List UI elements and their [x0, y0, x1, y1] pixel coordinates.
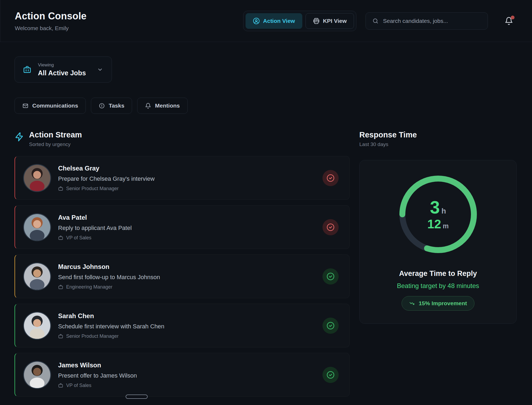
complete-task-button[interactable]: [322, 367, 339, 383]
response-time-title: Response Time: [359, 130, 517, 139]
candidate-task: Present offer to James Wilson: [58, 372, 137, 379]
envelope-icon: [22, 103, 29, 109]
complete-task-button[interactable]: [322, 318, 339, 334]
candidate-role: VP of Sales: [66, 383, 91, 388]
chevron-down-icon: [97, 67, 103, 73]
avatar: [23, 164, 51, 192]
check-circle-icon: [327, 174, 335, 182]
candidate-role: VP of Sales: [66, 235, 91, 241]
candidate-name: Ava Patel: [58, 214, 132, 221]
complete-task-button[interactable]: [322, 219, 339, 235]
candidate-task: Schedule first interview with Sarah Chen: [58, 323, 164, 330]
filter-communications-label: Communications: [32, 102, 78, 109]
gauge-minutes: 12: [427, 218, 441, 230]
briefcase-icon: [58, 186, 63, 191]
tab-kpi-view[interactable]: KPI View: [306, 13, 354, 29]
response-time-subtitle: Last 30 days: [359, 141, 517, 147]
filter-mentions[interactable]: Mentions: [137, 98, 187, 114]
kpi-report-icon: [313, 17, 320, 24]
trending-down-icon: [409, 300, 415, 307]
gauge-subcaption: Beating target by 48 minutes: [397, 282, 479, 290]
notification-dot: [511, 16, 515, 19]
complete-task-button[interactable]: [322, 268, 339, 285]
top-bar: Action Console Welcome back, Emily Actio…: [0, 0, 532, 42]
job-scope-texts: Viewing All Active Jobs: [38, 62, 86, 77]
page-subtitle: Welcome back, Emily: [15, 25, 87, 31]
candidate-role: Senior Product Manager: [66, 333, 119, 339]
response-time-card: 3 h 12 m Average Time to Reply Beating t…: [359, 160, 517, 324]
tab-action-view-label: Action View: [263, 18, 295, 24]
job-scope-label: Viewing: [38, 62, 86, 68]
avatar: [23, 262, 51, 290]
action-stream-title: Action Stream: [29, 130, 82, 139]
tab-action-view[interactable]: Action View: [246, 13, 302, 29]
action-stream-header: Action Stream Sorted by urgency: [15, 130, 350, 147]
gauge-hours: 3: [430, 198, 440, 216]
briefcase-icon: [23, 65, 31, 74]
action-item-sarah-chen[interactable]: Sarah Chen Schedule first interview with…: [15, 304, 350, 347]
action-item-chelsea-gray[interactable]: Chelsea Gray Prepare for Chelsea Gray's …: [15, 156, 350, 200]
candidate-task: Send first follow-up to Marcus Johnson: [58, 274, 160, 281]
candidate-task: Prepare for Chelsea Gray's interview: [58, 175, 155, 182]
action-stream-subtitle: Sorted by urgency: [29, 141, 82, 147]
job-scope-value: All Active Jobs: [38, 69, 86, 77]
gauge-hours-unit: h: [441, 207, 446, 215]
notifications-button[interactable]: [505, 17, 513, 25]
response-time-gauge: 3 h 12 m: [399, 175, 477, 253]
candidate-name: Sarah Chen: [58, 312, 164, 320]
improvement-badge-label: 15% Improvement: [419, 300, 467, 307]
alert-circle-icon: [99, 103, 105, 109]
avatar: [23, 361, 51, 389]
main-content: Viewing All Active Jobs Communications: [0, 42, 532, 397]
tab-kpi-view-label: KPI View: [323, 18, 347, 24]
filter-row: Communications Tasks Mentions: [15, 98, 517, 114]
page-title: Action Console: [15, 10, 87, 22]
improvement-badge: 15% Improvement: [402, 296, 475, 311]
user-circle-icon: [253, 17, 260, 24]
gauge-minutes-unit: m: [443, 222, 449, 230]
search-input[interactable]: [383, 18, 481, 24]
filter-mentions-label: Mentions: [155, 102, 180, 109]
briefcase-icon: [58, 235, 63, 240]
candidate-name: Marcus Johnson: [58, 263, 160, 271]
candidate-name: James Wilson: [58, 361, 137, 369]
filter-tasks-label: Tasks: [109, 102, 124, 109]
gauge-caption: Average Time to Reply: [399, 269, 477, 278]
scrollbar-thumb[interactable]: [126, 395, 148, 399]
check-circle-icon: [327, 371, 335, 379]
bell-icon: [145, 103, 151, 109]
action-item-ava-patel[interactable]: Ava Patel Reply to applicant Ava Patel V…: [15, 205, 350, 249]
gauge-value: 3 h 12 m: [399, 175, 477, 253]
candidate-role: Engineering Manager: [66, 284, 112, 290]
action-item-james-wilson[interactable]: James Wilson Present offer to James Wils…: [15, 353, 350, 397]
check-circle-icon: [327, 223, 335, 231]
job-scope-dropdown[interactable]: Viewing All Active Jobs: [15, 56, 112, 83]
search-box: [366, 12, 488, 30]
candidate-name: Chelsea Gray: [58, 165, 155, 172]
briefcase-icon: [58, 383, 63, 388]
candidate-role: Senior Product Manager: [66, 186, 119, 191]
avatar: [23, 312, 51, 340]
response-time-section: Response Time Last 30 days 3 h: [359, 130, 517, 324]
action-stream-section: Action Stream Sorted by urgency Chelsea …: [15, 130, 350, 397]
candidate-task: Reply to applicant Ava Patel: [58, 225, 132, 232]
view-toggle: Action View KPI View: [243, 11, 356, 31]
lightning-bolt-icon: [15, 130, 24, 147]
complete-task-button[interactable]: [322, 170, 339, 186]
check-circle-icon: [327, 272, 335, 280]
filter-communications[interactable]: Communications: [15, 98, 86, 114]
briefcase-icon: [58, 285, 63, 290]
search-icon: [372, 18, 379, 24]
filter-tasks[interactable]: Tasks: [91, 98, 132, 114]
check-circle-icon: [327, 322, 335, 330]
action-item-marcus-johnson[interactable]: Marcus Johnson Send first follow-up to M…: [15, 254, 350, 298]
title-block: Action Console Welcome back, Emily: [15, 10, 87, 31]
action-stream-list: Chelsea Gray Prepare for Chelsea Gray's …: [15, 156, 350, 397]
avatar: [23, 213, 51, 241]
briefcase-icon: [58, 334, 63, 339]
